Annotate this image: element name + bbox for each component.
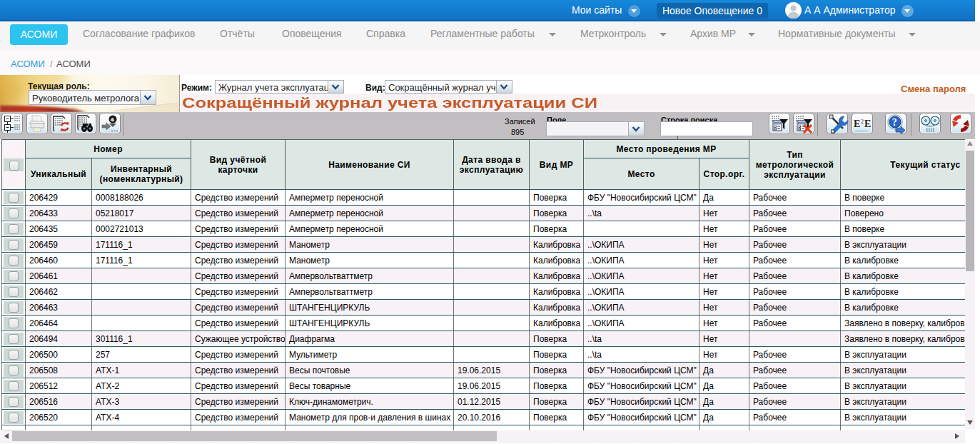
svg-text:E: E — [864, 118, 871, 129]
svg-text:?: ? — [892, 117, 897, 128]
svg-text:2: 2 — [861, 118, 864, 125]
svg-text:E: E — [854, 118, 860, 129]
svg-text:validator: validator — [854, 128, 868, 133]
